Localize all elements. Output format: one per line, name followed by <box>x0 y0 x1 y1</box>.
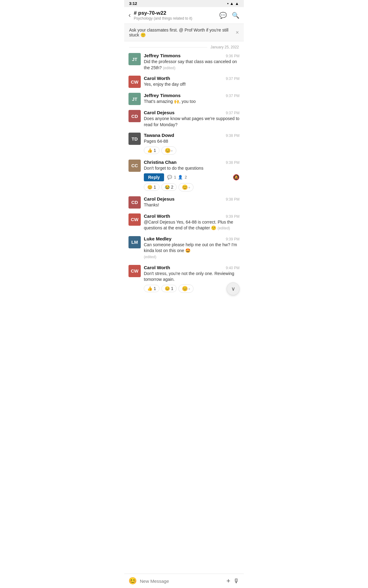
sender-name: Jeffrey Timmons <box>144 53 181 58</box>
sender-name: Tawana Dowd <box>144 133 174 138</box>
avatar: TD <box>128 133 141 145</box>
message-time: 9:38 PM <box>226 160 240 165</box>
sender-name: Carol Worth <box>144 76 170 81</box>
avatar: CW <box>128 265 141 277</box>
message-body: Carol Worth 9:40 PM Don't stress, you're… <box>144 265 240 293</box>
message-text: Don't stress, you're not the only one. R… <box>144 271 240 283</box>
message-text: That's amazing 🙌, you too <box>144 99 240 105</box>
message-body: Carol Dejesus 9:37 PM Does anyone know w… <box>144 110 240 128</box>
header-title-area: # psy-70-w22 Psychology (and things rela… <box>134 10 216 21</box>
message-text: @Carol Dejesus Yes, 64-88 is correct. Pl… <box>144 219 240 231</box>
table-row: CW Carol Worth 9:37 PM Yes, enjoy the da… <box>124 73 244 90</box>
sender-name: Jeffrey Timmons <box>144 93 181 98</box>
message-text: Thanks! <box>144 202 240 208</box>
scroll-down-button[interactable]: ∨ <box>227 282 240 295</box>
message-text: Don't forget to do the questions <box>144 165 240 172</box>
thumbsup-reaction[interactable]: 👍 1 <box>144 147 159 154</box>
reactions: 👍 1 😊 1 😊+ <box>144 285 240 293</box>
thread-info: 💬 1 👤 2 <box>167 175 187 179</box>
reply-button[interactable]: Reply <box>144 173 164 181</box>
message-body: Jeffrey Timmons 9:36 PM Did the professo… <box>144 53 240 71</box>
avatar: JT <box>128 53 141 65</box>
message-time: 9:38 PM <box>226 197 240 202</box>
channel-prefix: # <box>134 10 138 16</box>
table-row: JT Jeffrey Timmons 9:36 PM Did the profe… <box>124 51 244 73</box>
avatar: CW <box>128 76 141 88</box>
person-count: 2 <box>185 175 187 179</box>
message-time: 9:36 PM <box>226 54 240 58</box>
status-bar: 3:12 ▪ ▲ ▲ <box>124 0 244 7</box>
message-time: 9:37 PM <box>226 77 240 81</box>
add-reaction-button[interactable]: 😊+ <box>178 183 194 191</box>
header: ‹ # psy-70-w22 Psychology (and things re… <box>124 7 244 24</box>
message-body: Luke Medley 9:39 PM Can someone please h… <box>144 236 240 260</box>
table-row: JT Jeffrey Timmons 9:37 PM That's amazin… <box>124 90 244 107</box>
mute-icon[interactable]: 🔕 <box>233 174 240 181</box>
message-time: 9:37 PM <box>226 111 240 115</box>
messages-area: JT Jeffrey Timmons 9:36 PM Did the profe… <box>124 51 244 298</box>
reactions: 😊 1 😂 2 😊+ <box>144 183 240 191</box>
message-text: Pages 64-88 <box>144 138 240 145</box>
avatar: LM <box>128 236 141 248</box>
laugh-reaction[interactable]: 😂 2 <box>161 183 177 191</box>
sender-name: Luke Medley <box>144 236 171 241</box>
message-time: 9:40 PM <box>226 266 240 270</box>
header-icons: 💬 🔍 <box>219 12 240 19</box>
table-row: TD Tawana Dowd 9:38 PM Pages 64-88 👍 1 😊… <box>124 130 244 157</box>
battery-icon: ▪ <box>227 1 229 6</box>
message-body: Christina Chan 9:38 PM Don't forget to d… <box>144 160 240 191</box>
message-text: Yes, enjoy the day off! <box>144 81 240 88</box>
message-time: 9:39 PM <box>226 237 240 241</box>
message-body: Carol Dejesus 9:38 PM Thanks! <box>144 196 240 208</box>
reactions: 👍 1 😊+ <box>144 146 240 155</box>
message-body: Carol Worth 9:37 PM Yes, enjoy the day o… <box>144 76 240 88</box>
table-row: CC Christina Chan 9:38 PM Don't forget t… <box>124 157 244 194</box>
smile-reaction[interactable]: 😊 1 <box>161 285 177 292</box>
channel-subtitle: Psychology (and things related to it) <box>134 16 216 21</box>
comment-icon[interactable]: 💬 <box>219 12 227 19</box>
status-time: 3:12 <box>129 1 137 6</box>
table-row: CW Carol Worth 9:39 PM @Carol Dejesus Ye… <box>124 211 244 234</box>
person-icon: 👤 <box>178 175 183 179</box>
sender-name: Carol Dejesus <box>144 110 174 115</box>
table-row: CD Carol Dejesus 9:37 PM Does anyone kno… <box>124 107 244 130</box>
banner-close-button[interactable]: × <box>236 29 239 36</box>
status-icons: ▪ ▲ ▲ <box>227 1 239 6</box>
signal-icon: ▲ <box>230 1 234 6</box>
smile-reaction[interactable]: 😊 1 <box>144 183 159 191</box>
add-reaction-button[interactable]: 😊+ <box>178 285 194 293</box>
avatar: CD <box>128 110 141 122</box>
avatar: JT <box>128 93 141 105</box>
sender-name: Carol Worth <box>144 213 170 219</box>
wifi-icon: ▲ <box>235 1 239 6</box>
message-body: Jeffrey Timmons 9:37 PM That's amazing 🙌… <box>144 93 240 105</box>
reply-bar: Reply 💬 1 👤 2 🔕 <box>144 173 240 181</box>
avatar: CD <box>128 196 141 209</box>
add-reaction-button[interactable]: 😊+ <box>161 146 176 155</box>
sender-name: Carol Worth <box>144 265 170 270</box>
message-text: Can someone please help me out on the hw… <box>144 242 240 260</box>
message-time: 9:38 PM <box>226 134 240 138</box>
date-divider: January 25, 2022 <box>124 41 244 51</box>
comment-icon: 💬 <box>167 175 172 179</box>
table-row: LM Luke Medley 9:39 PM Can someone pleas… <box>124 234 244 262</box>
back-button[interactable]: ‹ <box>128 11 131 19</box>
thumbsup-reaction[interactable]: 👍 1 <box>144 285 159 292</box>
message-text: Did the professor say that class was can… <box>144 59 240 71</box>
sender-name: Christina Chan <box>144 160 177 165</box>
message-time: 9:37 PM <box>226 94 240 98</box>
message-body: Tawana Dowd 9:38 PM Pages 64-88 👍 1 😊+ <box>144 133 240 155</box>
avatar: CC <box>128 160 141 172</box>
banner: Ask your classmates first. @ Prof Worth … <box>124 24 244 41</box>
search-icon[interactable]: 🔍 <box>232 12 240 19</box>
avatar: CW <box>128 213 141 226</box>
banner-text: Ask your classmates first. @ Prof Worth … <box>129 28 232 37</box>
reply-count: 1 <box>174 175 176 179</box>
message-time: 9:39 PM <box>226 214 240 219</box>
channel-name: # psy-70-w22 <box>134 10 216 16</box>
sender-name: Carol Dejesus <box>144 196 174 202</box>
table-row: CW Carol Worth 9:40 PM Don't stress, you… <box>124 262 244 295</box>
message-body: Carol Worth 9:39 PM @Carol Dejesus Yes, … <box>144 213 240 231</box>
message-text: Does anyone know what pages we're suppos… <box>144 116 240 128</box>
table-row: CD Carol Dejesus 9:38 PM Thanks! <box>124 194 244 211</box>
